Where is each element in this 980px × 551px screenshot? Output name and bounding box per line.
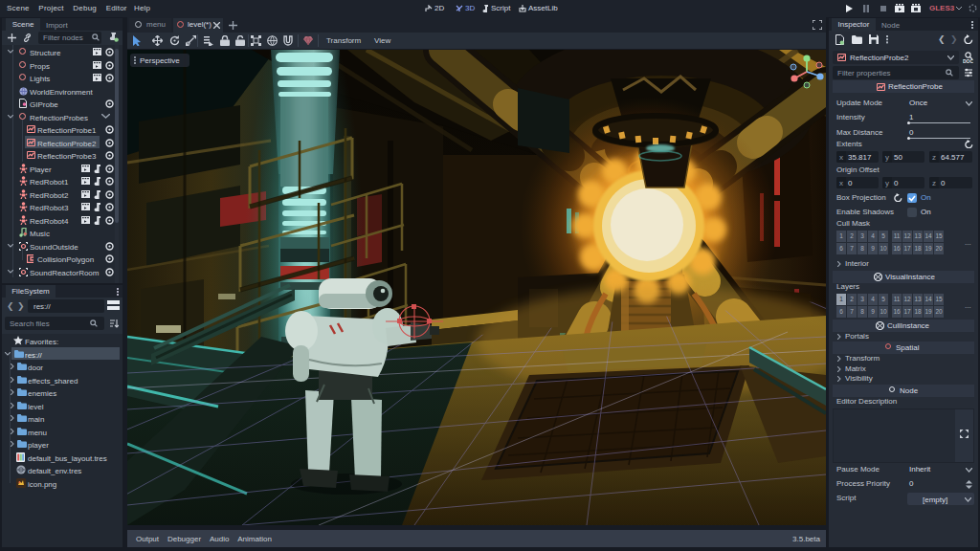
svg-text:DOC: DOC (963, 58, 973, 64)
